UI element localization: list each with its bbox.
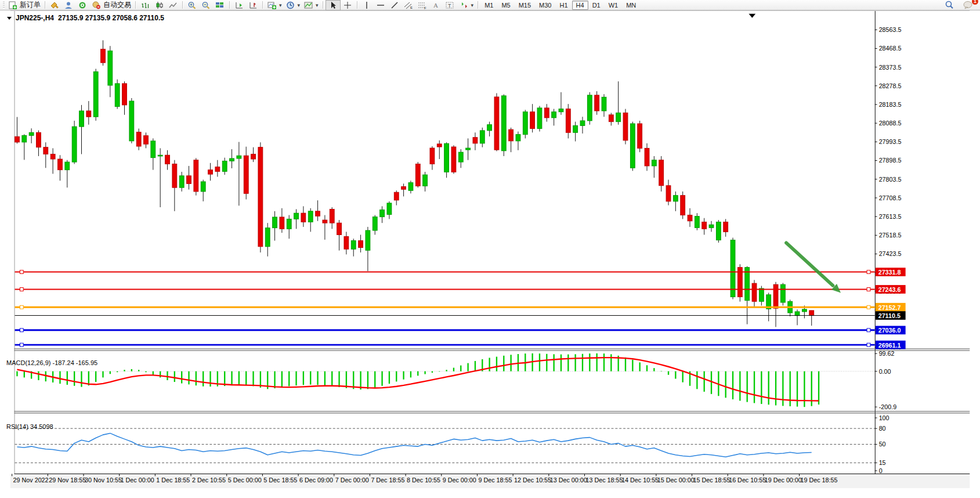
zoom-out-button[interactable] bbox=[199, 1, 213, 10]
candle-bear bbox=[659, 160, 664, 186]
timeframe-button-M30[interactable]: M30 bbox=[535, 1, 555, 10]
horizontal-line-tool-button[interactable] bbox=[374, 1, 388, 10]
bar-chart-mode-button[interactable] bbox=[138, 1, 152, 10]
rsi-scale-label: 0 bbox=[879, 467, 883, 474]
arrows-tool-button[interactable]: ▾ bbox=[457, 1, 476, 10]
candle-bear bbox=[595, 95, 599, 111]
candle-bear bbox=[566, 109, 570, 133]
timeframe-button-W1[interactable]: W1 bbox=[605, 1, 623, 10]
timeframe-button-H4[interactable]: H4 bbox=[572, 1, 588, 10]
clock-icon bbox=[285, 1, 296, 9]
timeframe-button-M1[interactable]: M1 bbox=[480, 1, 497, 10]
candle-bear bbox=[194, 160, 198, 192]
candle-bull bbox=[65, 162, 70, 170]
price-label-27331.8: 27331.8 bbox=[878, 269, 901, 276]
horizontal-line-icon bbox=[375, 1, 386, 9]
candle-bear bbox=[44, 147, 48, 154]
candle-bear bbox=[187, 176, 191, 184]
separator bbox=[357, 1, 357, 9]
candle-bear bbox=[172, 164, 177, 188]
candlestick-mode-button[interactable] bbox=[152, 1, 166, 10]
hline-handle[interactable] bbox=[867, 288, 870, 291]
candle-bull bbox=[537, 108, 542, 129]
candle-bull bbox=[673, 196, 678, 201]
crosshair-tool-button[interactable] bbox=[341, 1, 355, 10]
candle-bear bbox=[86, 111, 91, 117]
candle-bear bbox=[136, 132, 141, 146]
search-button[interactable] bbox=[942, 1, 956, 10]
one-click-dropdown-icon[interactable] bbox=[7, 17, 12, 20]
equidistant-channel-tool-button[interactable]: E bbox=[402, 1, 415, 10]
date-label: 5 Dec 00:00 bbox=[228, 477, 262, 483]
fibonacci-tool-button[interactable]: F bbox=[415, 1, 429, 10]
candle-bear bbox=[337, 223, 342, 234]
dropdown-caret: ▾ bbox=[316, 2, 319, 8]
toolbar-grip[interactable] bbox=[3, 2, 5, 9]
hline-handle[interactable] bbox=[867, 305, 870, 309]
scroll-to-end-icon bbox=[234, 1, 244, 9]
price-tick-label: 27613.5 bbox=[879, 213, 902, 220]
price-tick-label: 28278.5 bbox=[879, 82, 902, 89]
hline-handle[interactable] bbox=[20, 305, 23, 309]
candle-bear bbox=[101, 49, 106, 63]
scroll-to-end-button[interactable] bbox=[232, 1, 246, 10]
date-label: 2 Dec 10:55 bbox=[192, 477, 226, 483]
candle-bear bbox=[437, 144, 442, 147]
community-button[interactable] bbox=[62, 1, 75, 10]
hline-handle[interactable] bbox=[20, 270, 23, 274]
cursor-tool-button[interactable] bbox=[326, 0, 341, 10]
hline-handle[interactable] bbox=[867, 329, 870, 332]
text-tool-button[interactable]: A bbox=[429, 1, 443, 10]
trendline-tool-button[interactable] bbox=[388, 1, 402, 10]
macd-indicator-label: MACD(12,26,9) -187.24 -165.95 bbox=[6, 359, 97, 366]
timeframe-button-M15[interactable]: M15 bbox=[515, 1, 535, 10]
templates-button[interactable]: ▾ bbox=[302, 1, 320, 10]
candle-bull bbox=[222, 161, 227, 171]
notifications-button[interactable]: 1 bbox=[961, 1, 975, 10]
new-order-button[interactable]: 新订单 bbox=[6, 1, 42, 10]
rsi-scale-label: 80 bbox=[879, 425, 886, 432]
timeframe-button-D1[interactable]: D1 bbox=[588, 1, 605, 10]
tile-windows-button[interactable] bbox=[213, 1, 227, 10]
candle-bear bbox=[215, 167, 220, 172]
candle-bear bbox=[301, 213, 306, 222]
price-tick-label: 28088.5 bbox=[879, 120, 902, 127]
candle-bear bbox=[609, 115, 613, 122]
date-label: 9 Dec 00:00 bbox=[443, 477, 476, 483]
candle-bear bbox=[752, 283, 757, 301]
hline-handle[interactable] bbox=[20, 343, 23, 347]
hline-handle[interactable] bbox=[867, 270, 870, 274]
candle-bear bbox=[280, 217, 284, 229]
date-label: 1 Dec 18:55 bbox=[156, 477, 190, 483]
zoom-in-button[interactable] bbox=[185, 1, 199, 10]
hline-handle[interactable] bbox=[20, 329, 23, 332]
dropdown-caret: ▾ bbox=[279, 2, 282, 8]
candle-bear bbox=[144, 136, 149, 145]
indicators-button[interactable]: ▾ bbox=[265, 1, 284, 10]
chart-canvas[interactable]: 28563.528468.528373.528278.528183.528088… bbox=[0, 10, 980, 498]
symbol-row: JPN225-,H4 27135.9 27135.9 27058.6 27110… bbox=[7, 14, 164, 22]
zoom-in-icon bbox=[187, 1, 197, 9]
separator bbox=[262, 1, 263, 9]
signals-button[interactable] bbox=[75, 1, 89, 10]
date-label: 15 Dec 18:55 bbox=[693, 477, 731, 483]
timeframe-button-M5[interactable]: M5 bbox=[497, 1, 514, 10]
candle-bull bbox=[458, 152, 463, 162]
hline-handle[interactable] bbox=[867, 343, 870, 347]
date-label: 12 Dec 10:55 bbox=[514, 477, 551, 483]
chart-shift-button[interactable] bbox=[246, 1, 260, 10]
fibonacci-icon: F bbox=[417, 1, 428, 9]
vertical-line-tool-button[interactable] bbox=[360, 1, 374, 10]
text-label-tool-button[interactable]: T bbox=[443, 1, 457, 10]
candle-bear bbox=[688, 215, 692, 221]
timeframe-button-MN[interactable]: MN bbox=[622, 1, 640, 10]
line-chart-mode-button[interactable] bbox=[166, 1, 180, 10]
candle-bull bbox=[158, 155, 162, 156]
autotrading-button[interactable]: 自动交易 bbox=[89, 1, 133, 10]
hline-handle[interactable] bbox=[20, 288, 23, 291]
candle-bull bbox=[408, 183, 413, 191]
timeframe-button-H1[interactable]: H1 bbox=[556, 1, 572, 10]
periods-button[interactable]: ▾ bbox=[284, 1, 302, 10]
metaeditor-button[interactable] bbox=[48, 1, 62, 10]
candle-bear bbox=[344, 237, 349, 250]
